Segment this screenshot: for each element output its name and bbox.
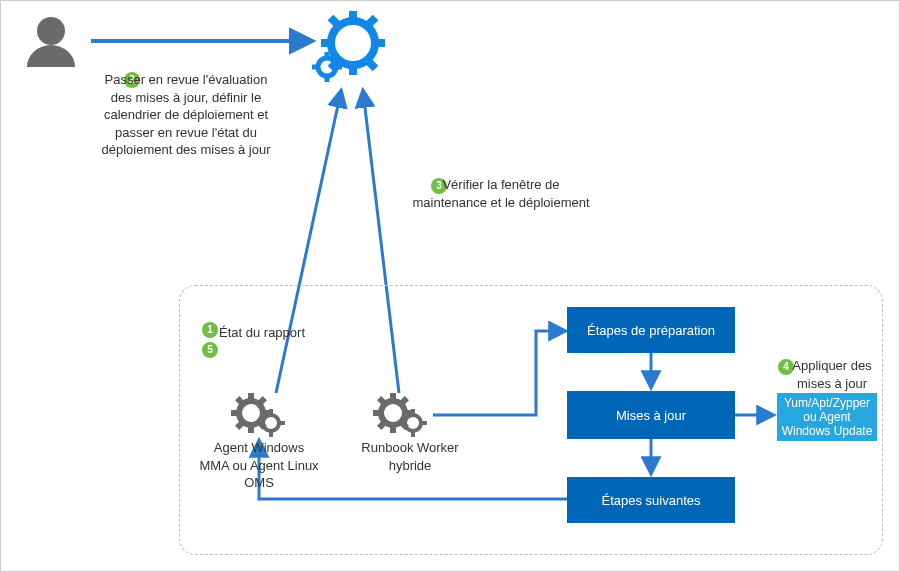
svg-rect-3 — [349, 11, 357, 21]
box-package-managers: Yum/Apt/Zypper ou Agent Windows Update — [777, 393, 877, 441]
step3-text: Vérifier la fenêtre de maintenance et le… — [411, 176, 591, 211]
agent-label: Agent Windows MMA ou Agent Linux OMS — [199, 439, 319, 492]
svg-point-11 — [318, 58, 336, 76]
svg-rect-15 — [336, 65, 342, 70]
step1-text: État du rapport — [219, 324, 339, 342]
svg-point-0 — [37, 17, 65, 45]
diagram-canvas: 2 3 1 5 4 Passer en revue l'évaluation d… — [0, 0, 900, 572]
box-after: Étapes suivantes — [567, 477, 735, 523]
box-updates: Mises à jour — [567, 391, 735, 439]
svg-rect-6 — [375, 39, 385, 47]
step2-text: Passer en revue l'évaluation des mises à… — [96, 71, 276, 159]
svg-rect-14 — [312, 65, 318, 70]
svg-rect-10 — [366, 59, 379, 72]
svg-point-2 — [331, 21, 375, 65]
step4-text: Appliquer des mises à jour — [777, 357, 887, 392]
svg-rect-5 — [321, 39, 331, 47]
user-icon — [27, 17, 75, 67]
svg-rect-7 — [366, 15, 379, 28]
svg-rect-13 — [325, 76, 330, 82]
svg-rect-12 — [325, 52, 330, 58]
badge-step-5: 5 — [202, 342, 218, 358]
badge-step-1: 1 — [202, 322, 218, 338]
runbook-label: Runbook Worker hybride — [345, 439, 475, 474]
automation-gear-bolt-icon — [312, 11, 385, 82]
box-preparation: Étapes de préparation — [567, 307, 735, 353]
svg-rect-8 — [328, 59, 341, 72]
svg-rect-9 — [328, 15, 341, 28]
svg-rect-4 — [349, 65, 357, 75]
